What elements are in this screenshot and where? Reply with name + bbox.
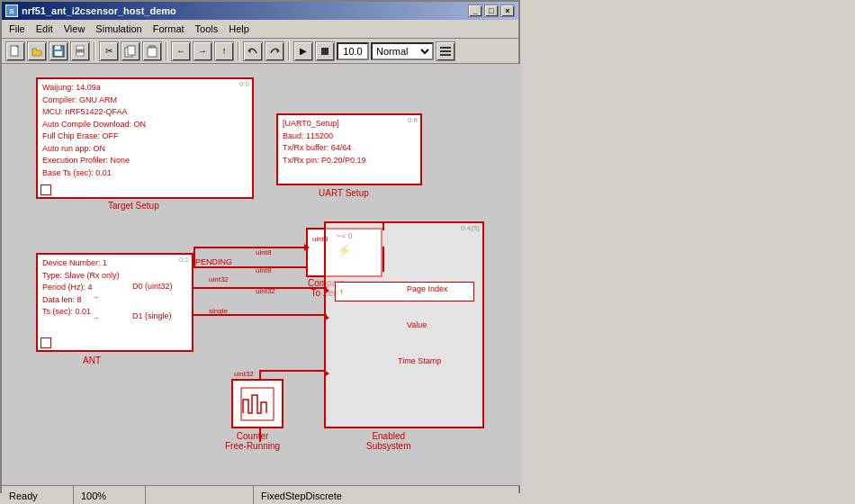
uint32-counter-type: uint32 (234, 370, 254, 378)
window-title: nrf51_ant_i2csensor_host_demo (22, 5, 176, 16)
sim-mode-select[interactable]: Normal Accelerator Rapid Accelerator (371, 42, 434, 60)
arrow-compare (304, 244, 310, 251)
target-setup-label: Target Setup (108, 201, 159, 211)
uint8-compare-in: uint8 (312, 235, 328, 243)
copy-button[interactable] (121, 41, 140, 61)
signal-line-1 (194, 266, 306, 268)
d0-label: D0 (uint32) (132, 282, 173, 291)
value-inner (335, 318, 474, 338)
sep2 (166, 42, 167, 60)
menu-file[interactable]: File (4, 22, 31, 36)
menu-tools[interactable]: Tools (190, 22, 224, 36)
main-window: S nrf51_ant_i2csensor_host_demo _ □ × Fi… (0, 0, 520, 493)
title-bar: S nrf51_ant_i2csensor_host_demo _ □ × (2, 2, 518, 20)
ant-label: ANT (83, 356, 101, 365)
subsystem-corner: 0:4(5) (461, 224, 480, 232)
compare-out-line (382, 247, 384, 272)
arrow-ts (324, 370, 329, 377)
sep4 (288, 42, 290, 60)
forward-button[interactable]: → (193, 41, 212, 61)
svg-rect-0 (11, 46, 18, 56)
signal-line-d1 (194, 314, 327, 316)
d0-port: → (92, 293, 99, 302)
ant-corner: 0:1 (179, 256, 189, 264)
menu-simulation[interactable]: Simulation (90, 22, 147, 36)
toolbar: ✂ ← → ↑ ▶ Nor (2, 39, 518, 64)
pending-label: PENDING (195, 257, 232, 266)
target-corner: 0:0 (239, 80, 249, 88)
print-button[interactable] (70, 41, 90, 61)
sep1 (94, 42, 95, 60)
uint32-type: uint32 (209, 275, 229, 284)
ant-block[interactable]: 0:1 Device Number: 1 Type: Slave (Rx onl… (36, 253, 194, 352)
page-index-label: Page Index (407, 284, 448, 293)
close-button[interactable]: × (500, 4, 515, 17)
enable-line (382, 221, 384, 230)
new-button[interactable] (5, 41, 25, 61)
run-button[interactable]: ▶ (293, 41, 313, 61)
status-solver: FixedStepDiscrete (254, 486, 518, 504)
arrow-d0 (324, 287, 329, 294)
enabled-subsystem-block[interactable]: 0:4(5) ↑ Page Index Value Time Stamp (324, 221, 484, 428)
d1-label: D1 (single) (132, 311, 172, 320)
counter-block[interactable] (231, 379, 284, 428)
uart-content: [UART0_Setup] Baud: 115200 Tx/Rx buffer:… (278, 115, 420, 169)
menu-edit[interactable]: Edit (31, 22, 58, 36)
uint8-label-1: uint8 (256, 248, 271, 256)
maximize-button[interactable]: □ (484, 4, 499, 17)
svg-rect-17 (440, 54, 451, 56)
save-button[interactable] (49, 41, 68, 61)
uart-setup-block[interactable]: 0:8 [UART0_Setup] Baud: 115200 Tx/Rx buf… (276, 113, 422, 185)
counter-icon (233, 381, 282, 427)
status-ready: Ready (2, 486, 74, 504)
open-button[interactable] (27, 41, 47, 61)
svg-rect-3 (55, 46, 60, 50)
target-setup-block[interactable]: 0:0 Waijung: 14.09a Compiler: GNU ARM MC… (36, 77, 254, 199)
paste-button[interactable] (142, 41, 162, 61)
redo-button[interactable] (265, 41, 284, 61)
up-button[interactable]: ↑ (214, 41, 234, 61)
title-controls[interactable]: _ □ × (468, 4, 515, 17)
minimize-button[interactable]: _ (468, 4, 482, 17)
menu-view[interactable]: View (58, 22, 91, 36)
app-icon: S (5, 4, 18, 17)
timestamp-label: Time Stamp (398, 356, 441, 365)
svg-rect-6 (76, 46, 84, 50)
svg-rect-7 (76, 52, 84, 56)
uart-setup-label: UART Setup (319, 188, 369, 198)
value-label: Value (407, 320, 427, 329)
page-index-inner: ↑ (335, 282, 474, 302)
signal-line-ts-h (259, 370, 326, 372)
enabled-subsystem-label: EnabledSubsystem (366, 431, 410, 451)
arrow-d1 (324, 314, 329, 321)
menu-bar: File Edit View Simulation Format Tools H… (2, 20, 518, 39)
extra-button[interactable] (436, 41, 455, 61)
svg-rect-16 (440, 50, 451, 52)
menu-format[interactable]: Format (148, 22, 190, 36)
cut-button[interactable]: ✂ (99, 41, 119, 61)
menu-help[interactable]: Help (223, 22, 255, 36)
target-icon (40, 184, 51, 195)
uart-corner: 0:8 (408, 116, 418, 124)
counter-label: CounterFree-Running (225, 431, 280, 451)
svg-rect-15 (440, 47, 451, 49)
svg-rect-14 (321, 48, 328, 55)
svg-rect-4 (55, 51, 62, 56)
signal-line-d0 (194, 287, 327, 289)
status-blank (146, 486, 254, 504)
target-content: Waijung: 14.09a Compiler: GNU ARM MCU: n… (38, 79, 252, 182)
sep3 (238, 42, 239, 60)
sim-time-input[interactable] (337, 42, 369, 60)
signal-line-2 (194, 247, 306, 248)
canvas-area[interactable]: 0:0 Waijung: 14.09a Compiler: GNU ARM MC… (2, 64, 522, 485)
signal-line-v1 (194, 247, 195, 268)
svg-rect-11 (148, 48, 157, 57)
status-bar: Ready 100% FixedStepDiscrete (2, 485, 518, 504)
status-zoom: 100% (74, 486, 146, 504)
svg-rect-9 (128, 46, 135, 55)
stop-button[interactable] (315, 41, 335, 61)
back-button[interactable]: ← (171, 41, 191, 61)
undo-button[interactable] (243, 41, 263, 61)
title-bar-left: S nrf51_ant_i2csensor_host_demo (5, 4, 176, 17)
d1-port: → (92, 314, 99, 322)
